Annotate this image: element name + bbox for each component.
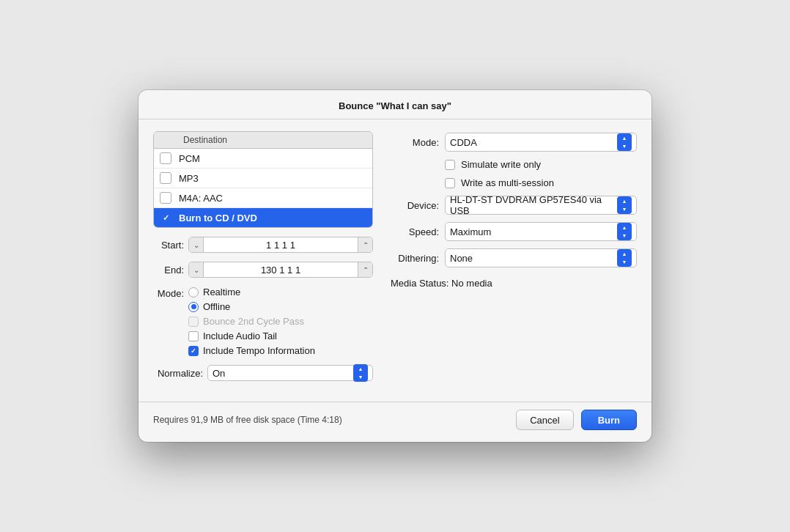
offline-label: Offline: [203, 301, 230, 312]
multi-session-checkbox[interactable]: [445, 178, 455, 188]
bounce-2nd-label: Bounce 2nd Cycle Pass: [203, 316, 304, 327]
right-mode-value: CDDA: [450, 137, 617, 148]
include-tempo-checkbox[interactable]: [188, 346, 199, 356]
normalize-stepper-up[interactable]: [355, 366, 366, 373]
table-row-pcm[interactable]: PCM: [154, 149, 372, 169]
right-mode-label: Mode:: [388, 137, 439, 148]
mode-section: Mode: Realtime Offline Bounce 2nd Cycle …: [153, 287, 373, 356]
right-mode-row: Mode: CDDA: [388, 133, 637, 152]
speed-value: Maximum: [450, 226, 617, 237]
destination-table: Destination PCM MP3 M4A: AAC Burn to CD …: [153, 131, 373, 228]
device-stepper[interactable]: [617, 196, 632, 214]
dithering-label: Dithering:: [388, 253, 439, 264]
dialog-content: Destination PCM MP3 M4A: AAC Burn to CD …: [139, 119, 651, 402]
mp3-label: MP3: [179, 173, 199, 184]
right-panel: Mode: CDDA Simulate write only Write as …: [388, 131, 637, 390]
right-mode-stepper-up[interactable]: [619, 135, 630, 142]
right-mode-stepper-down[interactable]: [619, 143, 630, 150]
speed-select[interactable]: Maximum: [445, 222, 637, 241]
mp3-checkbox[interactable]: [160, 172, 171, 184]
end-row: End: ⌄ 130 1 1 1 ⌃: [153, 262, 373, 278]
m4a-checkbox[interactable]: [160, 192, 171, 204]
footer: Requires 91,9 MB of free disk space (Tim…: [139, 402, 651, 442]
include-tempo-row[interactable]: Include Tempo Information: [188, 345, 315, 356]
burn-button[interactable]: Burn: [581, 410, 637, 430]
normalize-select[interactable]: On: [207, 365, 373, 381]
offline-radio-row[interactable]: Offline: [188, 301, 315, 312]
start-field[interactable]: ⌄ 1 1 1 1 ⌃: [188, 237, 373, 253]
normalize-label: Normalize:: [153, 368, 203, 379]
bounce-2nd-row[interactable]: Bounce 2nd Cycle Pass: [188, 316, 315, 327]
m4a-label: M4A: AAC: [179, 193, 223, 204]
realtime-label: Realtime: [203, 287, 240, 298]
dithering-select[interactable]: None: [445, 248, 637, 267]
include-audio-checkbox[interactable]: [188, 331, 199, 341]
destination-header: Destination: [154, 132, 372, 149]
dialog-title: Bounce "What I can say": [139, 90, 651, 119]
device-label: Device:: [388, 200, 439, 211]
pcm-checkbox[interactable]: [160, 152, 171, 164]
mode-options: Realtime Offline Bounce 2nd Cycle Pass I…: [188, 287, 315, 356]
pcm-label: PCM: [179, 153, 200, 164]
bounce-2nd-checkbox[interactable]: [188, 317, 199, 327]
speed-label: Speed:: [388, 226, 439, 237]
dithering-stepper[interactable]: [617, 249, 632, 267]
device-stepper-down[interactable]: [619, 206, 630, 213]
media-status: Media Status: No media: [391, 278, 637, 289]
device-value: HL-DT-ST DVDRAM GP57ES40 via USB: [450, 194, 617, 216]
speed-row: Speed: Maximum: [388, 222, 637, 241]
include-audio-row[interactable]: Include Audio Tail: [188, 330, 315, 341]
burn-checkbox[interactable]: [160, 212, 171, 223]
offline-radio[interactable]: [188, 302, 199, 312]
realtime-radio-row[interactable]: Realtime: [188, 287, 315, 298]
cancel-button[interactable]: Cancel: [516, 410, 573, 430]
dithering-value: None: [450, 253, 617, 264]
footer-info: Requires 91,9 MB of free disk space (Tim…: [153, 415, 516, 425]
end-values: 130 1 1 1: [204, 265, 358, 276]
device-stepper-up[interactable]: [619, 198, 630, 205]
burn-label: Burn to CD / DVD: [179, 213, 257, 223]
multi-session-label: Write as multi-session: [461, 177, 554, 188]
mode-label: Mode:: [153, 287, 184, 299]
end-chevron-right[interactable]: ⌃: [358, 262, 372, 277]
include-tempo-label: Include Tempo Information: [203, 345, 315, 356]
left-panel: Destination PCM MP3 M4A: AAC Burn to CD …: [153, 131, 373, 390]
simulate-row[interactable]: Simulate write only: [445, 159, 637, 170]
simulate-label: Simulate write only: [461, 159, 541, 170]
start-chevron-left[interactable]: ⌄: [189, 237, 204, 252]
right-mode-stepper[interactable]: [617, 133, 632, 151]
multi-session-row[interactable]: Write as multi-session: [445, 177, 637, 188]
start-chevron-right[interactable]: ⌃: [358, 237, 372, 252]
start-row: Start: ⌄ 1 1 1 1 ⌃: [153, 237, 373, 253]
speed-stepper-up[interactable]: [619, 224, 630, 232]
device-select[interactable]: HL-DT-ST DVDRAM GP57ES40 via USB: [445, 196, 637, 215]
normalize-stepper-down[interactable]: [355, 374, 366, 381]
start-values: 1 1 1 1: [204, 240, 358, 251]
table-row-m4a[interactable]: M4A: AAC: [154, 188, 372, 208]
footer-buttons: Cancel Burn: [516, 410, 637, 430]
dithering-stepper-down[interactable]: [619, 259, 630, 266]
normalize-stepper[interactable]: [353, 364, 368, 382]
speed-stepper[interactable]: [617, 223, 632, 240]
speed-stepper-down[interactable]: [619, 232, 630, 240]
end-label: End:: [153, 265, 184, 276]
normalize-value: On: [213, 368, 353, 379]
table-row-mp3[interactable]: MP3: [154, 169, 372, 188]
start-label: Start:: [153, 240, 184, 251]
dithering-row: Dithering: None: [388, 248, 637, 267]
simulate-checkbox[interactable]: [445, 160, 455, 170]
bounce-dialog: Bounce "What I can say" Destination PCM …: [139, 90, 651, 442]
end-field[interactable]: ⌄ 130 1 1 1 ⌃: [188, 262, 373, 278]
realtime-radio[interactable]: [188, 287, 199, 298]
dithering-stepper-up[interactable]: [619, 251, 630, 258]
normalize-row: Normalize: On: [153, 365, 373, 381]
table-row-burn[interactable]: Burn to CD / DVD: [154, 208, 372, 227]
end-chevron-left[interactable]: ⌄: [189, 262, 204, 277]
right-mode-select[interactable]: CDDA: [445, 133, 637, 152]
device-row: Device: HL-DT-ST DVDRAM GP57ES40 via USB: [388, 196, 637, 215]
include-audio-label: Include Audio Tail: [203, 330, 277, 341]
